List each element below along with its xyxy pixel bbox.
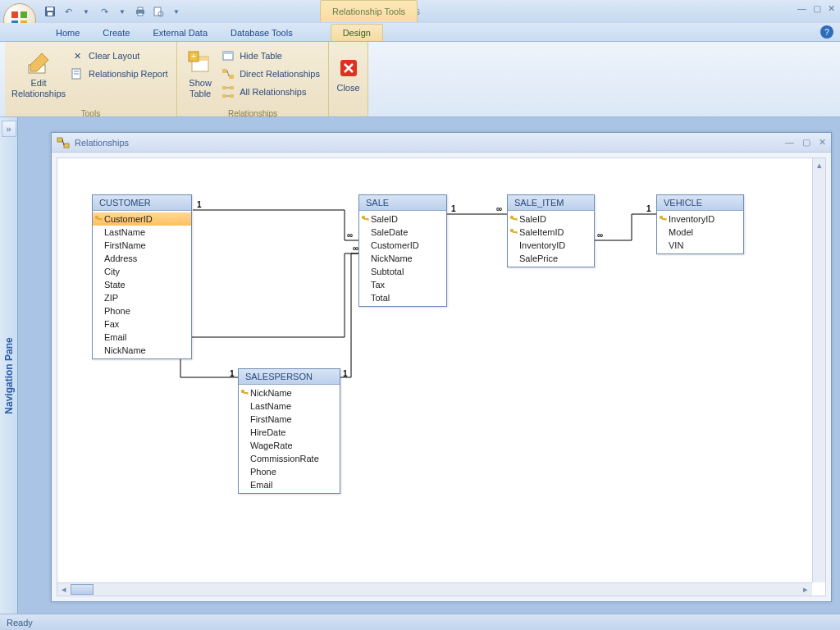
edit-relationships-icon — [25, 50, 52, 76]
key-icon — [240, 389, 249, 397]
field-row[interactable]: CustomerID — [93, 212, 191, 226]
field-row[interactable]: NickName — [93, 344, 191, 357]
vertical-scrollbar[interactable]: ▴ — [812, 158, 825, 582]
entity-header[interactable]: CUSTOMER — [93, 195, 191, 211]
hide-table-button[interactable]: Hide Table — [218, 48, 323, 63]
status-bar: Ready — [0, 614, 840, 630]
show-table-button[interactable]: + Show Table — [182, 45, 218, 104]
field-row[interactable]: SaleID — [359, 212, 446, 226]
help-icon[interactable]: ? — [820, 25, 833, 39]
field-name: Model — [669, 227, 693, 237]
tab-database-tools[interactable]: Database Tools — [219, 25, 304, 41]
field-row[interactable]: Email — [239, 478, 340, 491]
close-button[interactable]: Close — [334, 45, 363, 104]
field-row[interactable]: Tax — [359, 278, 446, 291]
field-row[interactable]: Phone — [93, 304, 191, 317]
field-row[interactable]: InventoryID — [508, 239, 594, 252]
entity-header[interactable]: SALE_ITEM — [508, 195, 594, 211]
restore-icon[interactable]: ▢ — [813, 3, 821, 14]
print-preview-icon[interactable] — [151, 4, 166, 19]
navigation-pane[interactable]: » Navigation Pane — [0, 117, 18, 614]
scroll-right-icon[interactable]: ▸ — [799, 583, 812, 596]
entity-header[interactable]: SALE — [359, 195, 446, 211]
field-row[interactable]: SalePrice — [508, 252, 594, 265]
print-icon[interactable] — [133, 4, 148, 19]
dropdown-icon[interactable]: ▼ — [79, 4, 94, 19]
edit-relationships-button[interactable]: Edit Relationships — [10, 45, 67, 104]
entity-header[interactable]: VEHICLE — [657, 195, 743, 211]
field-row[interactable]: CustomerID — [359, 239, 446, 252]
field-row[interactable]: InventoryID — [657, 212, 743, 226]
field-row[interactable]: FirstName — [93, 239, 191, 252]
doc-close-icon[interactable]: ✕ — [819, 137, 826, 148]
save-icon[interactable] — [43, 4, 57, 19]
doc-titlebar[interactable]: Relationships — ▢ ✕ — [52, 133, 831, 153]
field-row[interactable]: Email — [93, 331, 191, 344]
undo-icon[interactable]: ↶ — [61, 4, 75, 19]
entity-header[interactable]: SALESPERSON — [239, 369, 340, 385]
report-icon — [71, 67, 84, 80]
field-row[interactable]: SaleItemID — [508, 226, 594, 239]
scroll-up-icon[interactable]: ▴ — [813, 158, 825, 171]
close-icon[interactable]: ✕ — [828, 3, 835, 14]
tab-external-data[interactable]: External Data — [141, 25, 219, 41]
svg-rect-8 — [138, 7, 143, 10]
field-row[interactable]: Total — [359, 291, 446, 304]
direct-relationships-button[interactable]: Direct Relationships — [218, 66, 323, 81]
cardinality-many: ∞ — [597, 231, 603, 240]
field-row[interactable]: LastName — [239, 399, 340, 413]
field-row[interactable]: CommissionRate — [239, 452, 340, 465]
horizontal-scrollbar[interactable]: ◂ ▸ — [57, 582, 812, 596]
field-row[interactable]: SaleDate — [359, 226, 446, 239]
tab-design[interactable]: Design — [331, 24, 383, 41]
scroll-left-icon[interactable]: ◂ — [57, 583, 71, 596]
tab-home[interactable]: Home — [44, 25, 91, 41]
nav-expand-icon[interactable]: » — [2, 121, 16, 137]
field-row[interactable]: NickName — [239, 386, 340, 399]
minimize-icon[interactable]: — — [797, 3, 806, 14]
all-relationships-button[interactable]: All Relationships — [218, 84, 323, 99]
svg-line-24 — [227, 71, 229, 76]
entity-sale[interactable]: SALE SaleIDSaleDateCustomerIDNickNameSub… — [358, 194, 447, 307]
field-row[interactable]: ZIP — [93, 291, 191, 304]
field-row[interactable]: NickName — [359, 252, 446, 265]
field-name: Phone — [104, 306, 130, 316]
entity-sale-item[interactable]: SALE_ITEM SaleIDSaleItemIDInventoryIDSal… — [507, 194, 595, 267]
field-row[interactable]: Address — [93, 252, 191, 265]
tab-create[interactable]: Create — [91, 25, 141, 41]
field-row[interactable]: HireDate — [239, 426, 340, 439]
show-table-label: Show Table — [189, 78, 212, 99]
dropdown-icon[interactable]: ▼ — [115, 4, 130, 19]
svg-rect-5 — [47, 7, 53, 11]
diagram-canvas[interactable]: 1 ∞ ∞ 1 1 ∞ 1 ∞ ∞ 1 CUSTOMER CustomerIDL… — [57, 158, 826, 596]
entity-salesperson[interactable]: SALESPERSON NickNameLastNameFirstNameHir… — [238, 368, 340, 494]
doc-restore-icon[interactable]: ▢ — [802, 137, 810, 148]
relationship-report-button[interactable]: Relationship Report — [67, 66, 171, 81]
direct-rel-label: Direct Relationships — [240, 69, 320, 79]
field-row[interactable]: City — [93, 265, 191, 278]
field-row[interactable]: VIN — [657, 239, 743, 252]
field-row[interactable]: WageRate — [239, 439, 340, 452]
field-row[interactable]: LastName — [93, 226, 191, 239]
field-name: WageRate — [250, 441, 293, 450]
doc-minimize-icon[interactable]: — — [785, 137, 794, 148]
entity-customer[interactable]: CUSTOMER CustomerIDLastNameFirstNameAddr… — [92, 194, 192, 359]
field-name: SalePrice — [519, 253, 558, 263]
field-row[interactable]: FirstName — [239, 413, 340, 426]
field-row[interactable]: State — [93, 278, 191, 291]
qat-dropdown-icon[interactable]: ▼ — [169, 4, 184, 19]
field-row[interactable]: Subtotal — [359, 265, 446, 278]
cardinality-one: 1 — [646, 204, 651, 213]
field-row[interactable]: SaleID — [508, 212, 594, 226]
clear-layout-button[interactable]: ✕Clear Layout — [67, 48, 171, 63]
field-row[interactable]: Model — [657, 226, 743, 239]
key-icon — [659, 215, 667, 223]
field-row[interactable]: Phone — [239, 465, 340, 478]
scroll-thumb[interactable] — [71, 584, 94, 595]
svg-rect-6 — [48, 12, 52, 16]
field-name: VIN — [669, 240, 683, 250]
relationship-report-label: Relationship Report — [89, 69, 168, 79]
field-row[interactable]: Fax — [93, 317, 191, 331]
entity-vehicle[interactable]: VEHICLE InventoryIDModelVIN — [656, 194, 744, 254]
redo-icon[interactable]: ↷ — [97, 4, 112, 19]
